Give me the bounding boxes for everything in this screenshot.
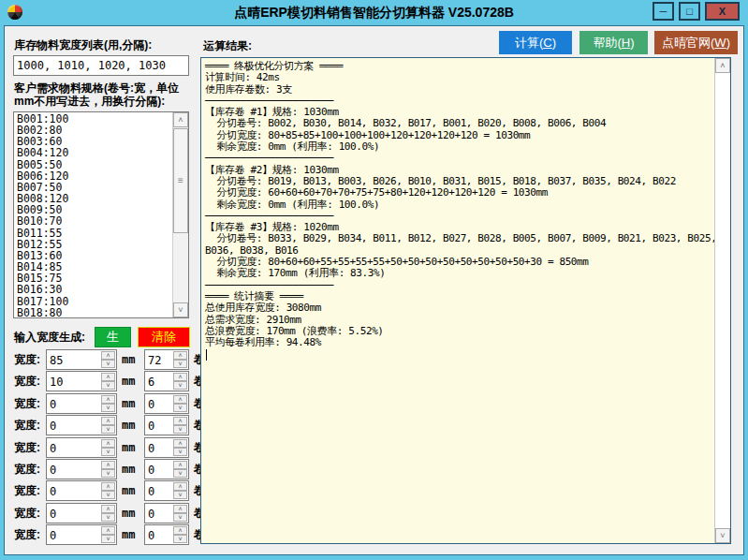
spin-up-icon[interactable]: ˄ bbox=[101, 482, 115, 491]
result-scrollbar[interactable]: ˄ ˅ bbox=[714, 58, 730, 543]
spin-up-icon[interactable]: ˄ bbox=[173, 395, 187, 404]
number-input[interactable]: 6˄˅ bbox=[144, 371, 189, 391]
spin-up-icon[interactable]: ˄ bbox=[101, 351, 115, 360]
width-row-label: 宽度: bbox=[14, 483, 46, 499]
spin-down-icon[interactable]: ˅ bbox=[173, 535, 187, 543]
spin-down-icon[interactable]: ˅ bbox=[173, 513, 187, 522]
number-input[interactable]: 0˄˅ bbox=[46, 459, 117, 479]
width-row: 宽度:0˄˅mm0˄˅卷 bbox=[14, 459, 205, 479]
scroll-up-icon[interactable]: ˄ bbox=[173, 112, 188, 127]
width-row: 宽度:0˄˅mm0˄˅卷 bbox=[14, 415, 205, 435]
spin-down-icon[interactable]: ˅ bbox=[173, 425, 187, 434]
spin-up-icon[interactable]: ˄ bbox=[101, 439, 115, 448]
spin-up-icon[interactable]: ˄ bbox=[101, 417, 115, 425]
scroll-down-icon[interactable]: ˅ bbox=[173, 302, 188, 317]
spin-up-icon[interactable]: ˄ bbox=[173, 373, 187, 381]
maximize-button[interactable]: □ bbox=[679, 2, 700, 21]
number-input[interactable]: 0˄˅ bbox=[46, 415, 117, 435]
number-input[interactable]: 0˄˅ bbox=[144, 415, 189, 435]
width-row-label: 宽度: bbox=[14, 527, 46, 543]
mm-unit-label: mm bbox=[122, 441, 140, 454]
spin-down-icon[interactable]: ˅ bbox=[173, 381, 187, 390]
result-scroll-up-icon[interactable]: ˄ bbox=[715, 58, 730, 73]
number-input[interactable]: 0˄˅ bbox=[144, 503, 189, 523]
list-item[interactable]: B005:50 bbox=[14, 159, 171, 170]
titlebar[interactable]: 点晴ERP模切料销售智能分切算料器 V25.0728B ─ □ X bbox=[0, 0, 748, 25]
number-input[interactable]: 72˄˅ bbox=[144, 349, 189, 370]
spin-up-icon[interactable]: ˄ bbox=[173, 505, 187, 513]
number-input[interactable]: 0˄˅ bbox=[144, 459, 189, 479]
width-row: 宽度:0˄˅mm0˄˅卷 bbox=[14, 437, 205, 458]
close-icon: X bbox=[719, 6, 726, 17]
list-item[interactable]: B004:120 bbox=[14, 147, 171, 158]
spin-up-icon[interactable]: ˄ bbox=[101, 373, 115, 381]
number-input[interactable]: 0˄˅ bbox=[46, 524, 117, 545]
spin-down-icon[interactable]: ˅ bbox=[101, 448, 115, 456]
close-button[interactable]: X bbox=[705, 2, 740, 21]
spin-down-icon[interactable]: ˅ bbox=[101, 360, 115, 368]
spin-down-icon[interactable]: ˅ bbox=[101, 404, 115, 412]
demand-listbox[interactable]: B001:100B002:80B003:60B004:120B005:50B00… bbox=[13, 111, 189, 318]
help-button[interactable]: 帮助(H) bbox=[579, 31, 648, 54]
number-input[interactable]: 0˄˅ bbox=[46, 480, 117, 501]
number-input[interactable]: 0˄˅ bbox=[144, 524, 189, 545]
width-row: 宽度:0˄˅mm0˄˅卷 bbox=[14, 503, 205, 523]
number-input[interactable]: 0˄˅ bbox=[46, 503, 117, 523]
spin-down-icon[interactable]: ˅ bbox=[173, 448, 187, 456]
number-input[interactable]: 0˄˅ bbox=[144, 480, 189, 501]
spin-up-icon[interactable]: ˄ bbox=[173, 439, 187, 448]
width-row-label: 宽度: bbox=[14, 506, 46, 522]
number-input[interactable]: 10˄˅ bbox=[46, 371, 117, 391]
app-window: 点晴ERP模切料销售智能分切算料器 V25.0728B ─ □ X 库存物料宽度… bbox=[0, 0, 748, 560]
width-row-label: 宽度: bbox=[14, 418, 46, 434]
minimize-button[interactable]: ─ bbox=[653, 2, 674, 21]
spin-up-icon[interactable]: ˄ bbox=[173, 417, 187, 425]
spin-up-icon[interactable]: ˄ bbox=[101, 526, 115, 535]
spin-up-icon[interactable]: ˄ bbox=[101, 395, 115, 404]
minimize-icon: ─ bbox=[660, 6, 667, 17]
result-text: ════ 终极优化分切方案 ════ 计算时间: 42ms 使用库存卷数: 3支… bbox=[205, 61, 711, 348]
spin-down-icon[interactable]: ˅ bbox=[101, 381, 115, 390]
mm-unit-label: mm bbox=[122, 484, 140, 497]
result-textarea[interactable]: ════ 终极优化分切方案 ════ 计算时间: 42ms 使用库存卷数: 3支… bbox=[200, 57, 731, 544]
number-input[interactable]: 0˄˅ bbox=[144, 437, 189, 458]
spin-up-icon[interactable]: ˄ bbox=[101, 505, 115, 513]
spin-down-icon[interactable]: ˅ bbox=[101, 535, 115, 543]
scrollbar-thumb[interactable]: ≡ bbox=[173, 128, 188, 233]
list-item[interactable]: B018:80 bbox=[14, 307, 171, 318]
mm-unit-label: mm bbox=[122, 463, 140, 476]
spin-down-icon[interactable]: ˅ bbox=[101, 513, 115, 522]
spin-up-icon[interactable]: ˄ bbox=[101, 461, 115, 469]
list-item[interactable]: B017:100 bbox=[14, 296, 171, 307]
spin-up-icon[interactable]: ˄ bbox=[173, 526, 187, 535]
number-input[interactable]: 0˄˅ bbox=[46, 437, 117, 458]
width-row-label: 宽度: bbox=[14, 374, 46, 390]
spin-down-icon[interactable]: ˅ bbox=[101, 469, 115, 478]
list-item[interactable]: B010:70 bbox=[14, 215, 171, 227]
list-item[interactable]: B011:55 bbox=[14, 228, 171, 239]
spin-down-icon[interactable]: ˅ bbox=[101, 491, 115, 499]
mm-unit-label: mm bbox=[122, 528, 140, 541]
spin-down-icon[interactable]: ˅ bbox=[173, 491, 187, 499]
generate-button[interactable]: 生成 bbox=[95, 327, 131, 347]
spin-down-icon[interactable]: ˅ bbox=[173, 469, 187, 478]
list-item[interactable]: B016:30 bbox=[14, 284, 171, 295]
result-scroll-down-icon[interactable]: ˅ bbox=[715, 528, 730, 543]
width-row-label: 宽度: bbox=[14, 440, 46, 456]
stock-width-input[interactable] bbox=[13, 55, 189, 76]
number-input[interactable]: 0˄˅ bbox=[144, 393, 189, 414]
calculate-button[interactable]: 计算(C) bbox=[499, 31, 572, 54]
mm-unit-label: mm bbox=[122, 375, 140, 388]
spin-down-icon[interactable]: ˅ bbox=[101, 425, 115, 434]
number-input[interactable]: 0˄˅ bbox=[46, 393, 117, 414]
listbox-scrollbar[interactable]: ˄ ≡ ˅ bbox=[172, 112, 188, 317]
number-input[interactable]: 85˄˅ bbox=[46, 349, 117, 370]
spin-up-icon[interactable]: ˄ bbox=[173, 461, 187, 469]
spin-up-icon[interactable]: ˄ bbox=[173, 482, 187, 491]
spin-down-icon[interactable]: ˅ bbox=[173, 360, 187, 368]
official-site-button[interactable]: 点晴官网(W) bbox=[654, 31, 738, 54]
spin-down-icon[interactable]: ˅ bbox=[173, 404, 187, 412]
clear-button[interactable]: 清除 bbox=[138, 327, 190, 347]
spin-up-icon[interactable]: ˄ bbox=[173, 351, 187, 360]
width-row-label: 宽度: bbox=[14, 462, 46, 478]
